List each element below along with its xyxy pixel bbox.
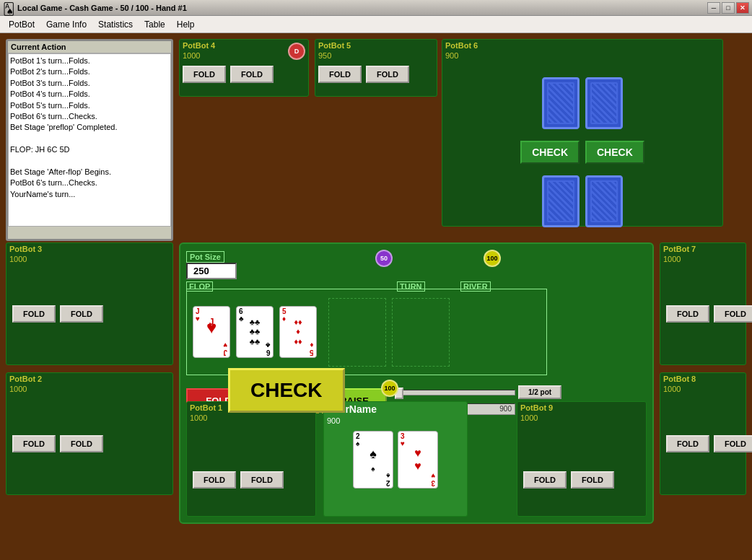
potbot9-chips: 1000 — [517, 414, 646, 422]
potbot7-name: PotBot 7 — [660, 243, 746, 255]
potbot4-fold-btn2[interactable]: FOLD — [230, 66, 274, 83]
card2-pips: ♣♣♣♣♣♣ — [250, 318, 260, 346]
yourname-name: YourName — [324, 402, 467, 416]
player-panel-potbot1-inner: PotBot 1 1000 FOLD FOLD — [186, 401, 316, 517]
menu-table[interactable]: Table — [139, 18, 171, 31]
card3-pips: ♦♦♦♦♦ — [294, 318, 302, 346]
potbot6-card3 — [542, 175, 580, 227]
game-area: Current Action PotBot 1's turn...Folds. … — [0, 33, 752, 560]
turn-card-slot — [328, 298, 386, 367]
player-panel-potbot7: PotBot 7 1000 FOLD FOLD — [660, 242, 746, 365]
your-card1-top: 2♠ — [356, 433, 360, 447]
player-panel-potbot8: PotBot 8 1000 FOLD FOLD — [660, 372, 746, 495]
app-icon: 🂡 — [3, 2, 14, 14]
potbot5-fold-btn[interactable]: FOLD — [318, 66, 362, 83]
potbot6-card2 — [585, 77, 623, 129]
action-panel-title: Current Action — [8, 41, 171, 53]
minimize-button[interactable]: ─ — [707, 2, 720, 14]
potbot7-fold-btn1[interactable]: FOLD — [666, 305, 709, 323]
log-line-4: PotBot 4's turn...Folds. — [10, 89, 169, 100]
potbot6-card1 — [542, 77, 580, 129]
flop-card-3: 5♦ ♦♦♦♦♦ 5♦ — [279, 306, 317, 358]
potbot3-fold-btn1[interactable]: FOLD — [12, 305, 56, 323]
potbot5-name: PotBot 5 — [315, 40, 437, 51]
log-blank1 — [10, 134, 169, 144]
potbot1-fold-btn1[interactable]: FOLD — [193, 471, 236, 489]
river-card-slot — [392, 298, 450, 367]
action-log[interactable]: PotBot 1's turn...Folds. PotBot 2's turn… — [8, 53, 171, 227]
community-cards-area: J♥ ♥ J J♥ 6♣ ♣♣♣♣♣♣ 6♣ — [186, 289, 547, 375]
menu-bar: PotBot Game Info Statistics Table Help — [0, 16, 752, 33]
potbot9-name: PotBot 9 — [517, 402, 646, 414]
card2-rank-top: 6♣ — [239, 308, 244, 323]
log-line-7: Bet Stage 'preflop' Completed. — [10, 122, 169, 133]
your-card1-mid: ♠ — [371, 465, 375, 473]
potbot4-fold-btn[interactable]: FOLD — [183, 66, 226, 83]
player-panel-yourname: YourName 900 2♠ ♠ ♠ 2♠ 3♥ ♥♥ 3♥ — [323, 401, 468, 517]
slider-max-label: 900 — [499, 405, 512, 413]
potbot6-check-btn1[interactable]: CHECK — [520, 141, 580, 164]
potbot8-fold-btn2[interactable]: FOLD — [714, 435, 752, 452]
potbot1-chips: 1000 — [187, 414, 315, 422]
small-blind-chip: 50 — [375, 250, 393, 267]
potbot6-chips: 900 — [442, 51, 722, 60]
dealer-button: D — [288, 43, 305, 60]
slider-row: 1/2 pot — [393, 385, 561, 399]
yourname-chips: 900 — [324, 416, 467, 425]
potbot3-fold-btn2[interactable]: FOLD — [60, 305, 103, 323]
svg-text:J: J — [209, 317, 214, 327]
menu-gameinfo[interactable]: Game Info — [40, 18, 92, 31]
bet-slider[interactable] — [393, 390, 515, 395]
menu-help[interactable]: Help — [171, 18, 201, 31]
player-panel-potbot6: PotBot 6 900 CHECK CHECK — [442, 39, 723, 227]
pot-size-container: Pot Size 250 — [186, 250, 237, 279]
menu-statistics[interactable]: Statistics — [92, 18, 139, 31]
log-line-8: Bet Stage 'After-flop' Begins. — [10, 167, 169, 178]
menu-potbot[interactable]: PotBot — [3, 18, 40, 31]
player-panel-potbot9-inner: PotBot 9 1000 FOLD FOLD — [517, 401, 647, 517]
log-line-10: YourName's turn... — [10, 189, 169, 200]
potbot8-chips: 1000 — [660, 385, 746, 393]
card2-rank-bottom: 6♣ — [266, 341, 271, 356]
potbot2-name: PotBot 2 — [6, 373, 172, 385]
window-controls: ─ □ ✕ — [707, 2, 749, 14]
maximize-button[interactable]: □ — [722, 2, 735, 14]
potbot1-fold-btn2[interactable]: FOLD — [240, 471, 284, 489]
title-bar: 🂡 Local Game - Cash Game - 50 / 100 - Ha… — [0, 0, 752, 16]
player-panel-potbot2: PotBot 2 1000 FOLD FOLD — [6, 372, 173, 495]
potbot2-fold-btn1[interactable]: FOLD — [12, 435, 56, 452]
yourname-chip: 100 — [381, 380, 398, 397]
card1-center: ♥ J — [200, 313, 223, 351]
potbot6-name: PotBot 6 — [442, 40, 722, 51]
potbot5-chips: 950 — [315, 51, 437, 60]
log-line-6: PotBot 6's turn...Checks. — [10, 111, 169, 122]
close-button[interactable]: ✕ — [736, 2, 749, 14]
card1-rank-top: J♥ — [196, 308, 200, 323]
potbot9-fold-btn1[interactable]: FOLD — [523, 471, 567, 489]
big-blind-chip: 100 — [484, 250, 501, 267]
your-card2-bottom: 3♥ — [431, 472, 435, 486]
half-pot-button[interactable]: 1/2 pot — [518, 385, 561, 399]
potbot7-fold-btn2[interactable]: FOLD — [714, 305, 752, 323]
card1-rank-bottom: J♥ — [223, 341, 227, 356]
check-center-button[interactable]: CHECK — [228, 368, 345, 413]
potbot2-chips: 1000 — [6, 385, 172, 393]
potbot9-fold-btn2[interactable]: FOLD — [571, 471, 614, 489]
card3-rank-bottom: 5♦ — [310, 341, 314, 356]
pot-size-label: Pot Size — [186, 251, 224, 263]
log-flop: FLOP: JH 6C 5D — [10, 144, 169, 155]
your-card1-bottom: 2♠ — [386, 472, 390, 486]
pot-size-value: 250 — [186, 263, 237, 279]
potbot3-name: PotBot 3 — [6, 243, 172, 255]
potbot8-fold-btn1[interactable]: FOLD — [666, 435, 709, 452]
your-card2-top: 3♥ — [401, 433, 405, 447]
potbot5-fold-btn2[interactable]: FOLD — [366, 66, 409, 83]
window-title: Local Game - Cash Game - 50 / 100 - Hand… — [17, 4, 707, 12]
player-panel-potbot4: PotBot 4 1000 D FOLD FOLD — [179, 39, 309, 97]
log-line-3: PotBot 3's turn...Folds. — [10, 78, 169, 89]
potbot6-check-btn2[interactable]: CHECK — [585, 141, 644, 164]
player-panel-potbot3: PotBot 3 1000 FOLD FOLD — [6, 242, 173, 365]
potbot6-card4 — [585, 175, 623, 227]
flop-card-1: J♥ ♥ J J♥ — [193, 306, 230, 358]
potbot2-fold-btn2[interactable]: FOLD — [60, 435, 103, 452]
